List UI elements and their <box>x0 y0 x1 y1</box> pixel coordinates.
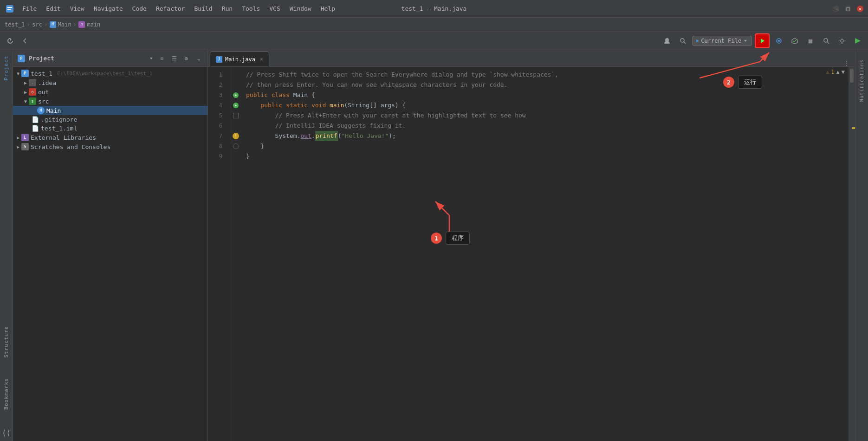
run-button[interactable] <box>755 33 770 48</box>
tab-java-icon: J <box>216 56 222 63</box>
annotation-badge-2: 2 <box>723 77 734 88</box>
code-line-5: // Press Alt+Enter with your caret at th… <box>246 110 849 121</box>
breakpoint-spot-5[interactable] <box>233 113 239 118</box>
tree-gitignore[interactable]: 📄 .gitignore <box>13 115 207 124</box>
iml-icon: 📄 <box>32 125 39 132</box>
gutter-4[interactable]: ▶ <box>231 100 240 110</box>
line-num-3: 3 <box>208 90 226 100</box>
locate-file-button[interactable]: ⊙ <box>157 54 167 63</box>
editor-scrollbar[interactable] <box>849 67 855 441</box>
maximize-button[interactable]: □ <box>845 6 851 12</box>
gutter-9 <box>231 151 240 162</box>
annotation-badge-1: 1 <box>431 233 442 244</box>
bookmarks-tab-left[interactable]: Bookmarks <box>1 372 11 415</box>
project-root-icon: P <box>21 70 29 77</box>
gutter-7: ! <box>231 131 240 141</box>
panel-options-button[interactable]: … <box>194 54 203 63</box>
app-logo <box>5 4 15 14</box>
tab-main-java[interactable]: J Main.java ✕ <box>210 52 269 66</box>
scratch-icon: S <box>21 143 29 150</box>
line-num-1: 1 <box>208 70 226 80</box>
search-button[interactable] <box>820 34 833 47</box>
gutter-3[interactable]: ▶ <box>231 90 240 100</box>
line-num-2: 2 <box>208 80 226 90</box>
close-button[interactable]: ✕ <box>857 6 863 12</box>
code-line-7: System.out.printf("Hello Java!"); <box>246 131 849 141</box>
project-panel: P Project ⊙ ☰ ⚙ … ▼ P test_1 E:\IDEA\wor… <box>13 50 208 441</box>
tabs-more-button[interactable]: ⋮ <box>840 59 853 66</box>
gutter-2 <box>231 80 240 90</box>
menu-run[interactable]: Run <box>218 4 236 13</box>
svg-point-8 <box>778 40 780 42</box>
structure-tab-left[interactable]: Structure <box>1 320 11 363</box>
avatar-button[interactable] <box>661 34 674 47</box>
tree-root[interactable]: ▼ P test_1 E:\IDEA\workspace\test_1\test… <box>13 69 207 78</box>
scroll-thumb <box>850 69 854 83</box>
code-content[interactable]: // Press Shift twice to open the Search … <box>240 67 855 441</box>
main-container: Project Structure Bookmarks ⟨⟨ P Project… <box>0 50 868 441</box>
expand-panels-icon[interactable]: ⟨⟨ <box>0 425 13 441</box>
tree-out[interactable]: ▶ o out <box>13 87 207 97</box>
menu-navigate[interactable]: Navigate <box>90 4 127 13</box>
back-button[interactable] <box>19 34 32 47</box>
menu-code[interactable]: Code <box>129 4 150 13</box>
menu-refactor[interactable]: Refactor <box>152 4 189 13</box>
tree-scratches[interactable]: ▶ S Scratches and Consoles <box>13 142 207 151</box>
project-tab-left[interactable]: Project <box>1 50 11 86</box>
src-name: src <box>38 98 49 105</box>
search-everywhere-button[interactable] <box>676 34 689 47</box>
root-name: test_1 <box>31 70 52 77</box>
menu-vcs[interactable]: VCS <box>266 4 284 13</box>
src-folder-icon: s <box>29 97 36 105</box>
gitignore-icon: 📄 <box>32 116 39 123</box>
update-project-button[interactable] <box>4 34 17 47</box>
tab-close-button[interactable]: ✕ <box>260 56 263 62</box>
menu-edit[interactable]: Edit <box>42 4 64 13</box>
settings-button[interactable] <box>836 34 849 47</box>
svg-point-4 <box>680 39 684 42</box>
menu-help[interactable]: Help <box>317 4 339 13</box>
tree-idea[interactable]: ▶ . .idea <box>13 78 207 87</box>
coverage-button[interactable] <box>788 34 801 47</box>
collapse-all-button[interactable]: ☰ <box>169 54 179 63</box>
menu-file[interactable]: File <box>19 4 40 13</box>
minimize-button[interactable]: — <box>833 6 839 12</box>
svg-marker-6 <box>761 39 764 43</box>
project-dropdown-arrow[interactable] <box>149 56 154 61</box>
left-panel-strip: Project Structure Bookmarks ⟨⟨ <box>0 50 13 441</box>
menu-build[interactable]: Build <box>191 4 216 13</box>
gutter-8 <box>231 141 240 151</box>
breakpoint-spot-8[interactable] <box>233 143 239 149</box>
svg-marker-12 <box>855 38 861 44</box>
menu-view[interactable]: View <box>66 4 88 13</box>
warning-nav-up[interactable]: ▲ <box>836 69 840 75</box>
run-class-button[interactable]: ▶ <box>233 92 239 98</box>
method-icon: m <box>78 21 85 28</box>
tree-main-java[interactable]: M Main <box>13 106 207 115</box>
root-path: E:\IDEA\workspace\test_1\test_1 <box>57 71 152 77</box>
menu-tools[interactable]: Tools <box>238 4 264 13</box>
extlib-arrow: ▶ <box>17 135 19 140</box>
notifications-button[interactable] <box>851 34 864 47</box>
debug-button[interactable] <box>772 34 785 47</box>
tree-src[interactable]: ▼ s src <box>13 97 207 106</box>
run-gutter: ▶ ▶ ! <box>231 67 240 441</box>
toolbar: ▶ Current File ■ <box>0 32 868 50</box>
menu-window[interactable]: Window <box>286 4 315 13</box>
warning-gutter-7: ! <box>233 133 239 139</box>
tree-external-libs[interactable]: ▶ L External Libraries <box>13 133 207 142</box>
code-line-4: public static void main(String[] args) { <box>246 100 849 110</box>
code-editor: 1 2 3 4 5 6 7 8 9 ▶ ▶ <box>208 67 855 441</box>
idea-arrow: ▶ <box>24 80 27 85</box>
project-panel-title: Project <box>29 55 145 62</box>
idea-folder-icon: . <box>29 79 36 86</box>
svg-line-10 <box>827 42 829 44</box>
tree-iml[interactable]: 📄 test_1.iml <box>13 124 207 133</box>
notifications-tab[interactable]: Notifications <box>855 50 868 111</box>
run-config-selector[interactable]: ▶ Current File <box>692 36 752 46</box>
stop-button[interactable]: ■ <box>804 34 817 47</box>
warning-nav-down[interactable]: ▼ <box>842 69 845 75</box>
run-main-button[interactable]: ▶ <box>233 103 239 108</box>
project-settings-button[interactable]: ⚙ <box>181 54 191 63</box>
breadcrumb: test_1 › src › M Main › m main <box>0 18 868 32</box>
